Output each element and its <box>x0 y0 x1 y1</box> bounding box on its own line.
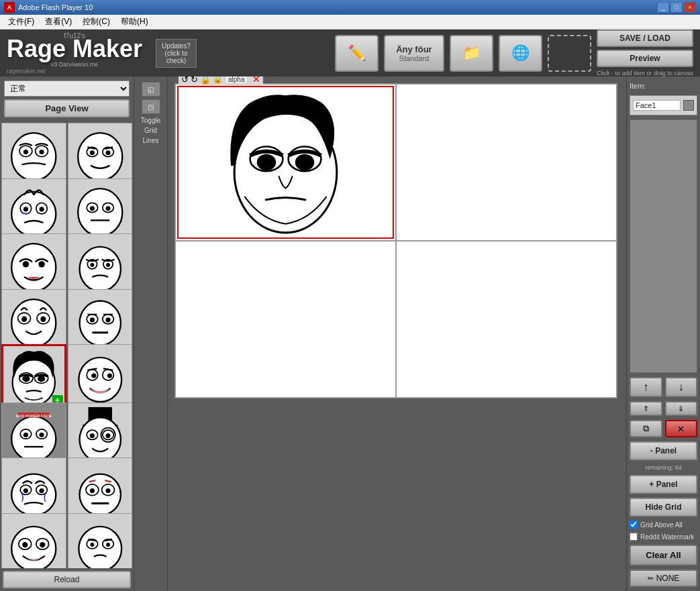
item-name-text: Face1 <box>633 100 681 111</box>
comic-canvas: ↺ ↻ 🔒 🔒 alpha ✕ <box>174 83 617 398</box>
menu-file[interactable]: 文件(F) <box>3 15 40 29</box>
list-item[interactable] <box>68 513 133 569</box>
item-display: Face1 <box>630 95 697 115</box>
svg-point-23 <box>38 261 44 267</box>
svg-point-51 <box>107 374 111 378</box>
toggle-label1: Toggle <box>141 117 160 124</box>
copy-button[interactable]: ⧉ <box>630 420 662 437</box>
list-item[interactable] <box>1 513 66 569</box>
hint-text: Click - to add item or drag to canvas <box>597 70 693 76</box>
item-scroll-area[interactable] <box>630 119 697 373</box>
reload-button[interactable]: Reload <box>3 571 131 588</box>
svg-point-33 <box>40 316 46 321</box>
svg-point-4 <box>40 150 44 154</box>
delete-button[interactable]: ✕ <box>665 420 698 437</box>
logo-section: f7u12's Rage Maker v3 DanAweso.me ragema… <box>7 32 142 74</box>
logo-site: ragemaker.net <box>7 68 142 74</box>
svg-point-29 <box>11 299 56 347</box>
updates-button[interactable]: Updates? (click to check) <box>156 39 197 68</box>
comic-panel-3[interactable] <box>175 241 396 398</box>
toolbar: ✏️ Äny fôur Standard 📁 🌐 <box>335 35 591 72</box>
save-load-button[interactable]: SAVE / LOAD <box>597 30 693 47</box>
svg-point-75 <box>79 474 120 515</box>
move-up-button[interactable]: ↑ <box>630 377 662 397</box>
preview-button[interactable]: Preview <box>597 50 693 67</box>
toggle-grid-btn2[interactable]: ◳ <box>142 99 160 114</box>
comic-panel-4[interactable] <box>396 241 617 398</box>
svg-point-97 <box>295 154 315 170</box>
hide-grid-button[interactable]: Hide Grid <box>630 498 697 517</box>
minus-panel-button[interactable]: - Panel <box>630 441 697 460</box>
selection-button[interactable] <box>548 35 591 72</box>
close-button[interactable]: × <box>684 2 696 13</box>
svg-point-19 <box>105 206 110 211</box>
lock-icon[interactable]: 🔒 <box>213 76 223 84</box>
logo-title: Rage Maker <box>7 37 142 61</box>
minimize-button[interactable]: _ <box>657 2 669 13</box>
svg-point-85 <box>40 541 45 547</box>
title-bar: A Adobe Flash Player 10 _ □ × <box>0 0 700 15</box>
sidebar-top: 正常 Page View <box>0 76 134 121</box>
item-label: Item: <box>630 82 697 90</box>
reddit-watermark-row: Reddit Watermark <box>630 533 697 541</box>
faces-grid: + <box>0 121 134 568</box>
svg-point-67 <box>89 433 94 437</box>
svg-point-15 <box>78 189 122 236</box>
grid-above-all-checkbox[interactable] <box>630 521 638 529</box>
move-down-button[interactable]: ↓ <box>665 377 698 397</box>
toggle-grid-btn1[interactable]: ◱ <box>142 82 160 97</box>
comic-panel-1[interactable]: ↺ ↻ 🔒 🔒 alpha ✕ <box>175 84 396 241</box>
move-bottom-button[interactable]: ⇓ <box>665 401 698 416</box>
item-color-swatch[interactable] <box>683 100 694 111</box>
folder-button[interactable]: 📁 <box>450 35 493 72</box>
svg-point-27 <box>90 263 94 267</box>
svg-point-89 <box>90 543 94 547</box>
svg-point-45 <box>22 376 30 382</box>
move-buttons-row: ↑ ↓ <box>630 377 697 397</box>
rotate-left-icon[interactable]: ↺ <box>181 76 189 85</box>
svg-point-50 <box>91 374 96 378</box>
svg-point-38 <box>105 317 110 322</box>
reddit-watermark-label: Reddit Watermark <box>640 533 694 541</box>
none-button[interactable]: ✏ NONE <box>630 570 697 587</box>
menu-control[interactable]: 控制(C) <box>77 15 115 29</box>
move-top-button[interactable]: ⇑ <box>630 401 662 416</box>
maximize-button[interactable]: □ <box>670 2 683 13</box>
flip-icon[interactable]: 🔒 <box>200 76 211 85</box>
svg-point-73 <box>23 488 28 493</box>
reddit-watermark-checkbox[interactable] <box>630 533 638 541</box>
globe-button[interactable]: 🌐 <box>499 35 542 72</box>
window-title: Adobe Flash Player 10 <box>18 3 657 11</box>
comic-panel-2[interactable] <box>396 84 617 241</box>
plus-panel-button[interactable]: + Panel <box>630 475 697 494</box>
grid-above-all-label: Grid Above All <box>640 521 683 529</box>
rotate-right-icon[interactable]: ↻ <box>191 76 198 85</box>
svg-point-42 <box>13 360 55 405</box>
menu-help[interactable]: 帮助(H) <box>115 15 154 29</box>
close-face-icon[interactable]: ✕ <box>252 76 260 85</box>
svg-point-32 <box>21 316 27 321</box>
svg-point-70 <box>11 474 56 515</box>
clear-all-button[interactable]: Clear All <box>630 545 697 566</box>
svg-point-54 <box>11 417 56 461</box>
pencil-button[interactable]: ✏️ <box>335 35 379 72</box>
svg-point-9 <box>105 150 110 155</box>
menu-view[interactable]: 查看(V) <box>40 15 77 29</box>
main-content: 正常 Page View <box>0 76 700 591</box>
app-icon-letter: A <box>7 4 12 11</box>
list-item[interactable] <box>68 344 133 409</box>
svg-point-34 <box>79 301 120 345</box>
toggle-label2: Grid <box>144 127 157 134</box>
font-label2: Standard <box>399 54 430 62</box>
svg-point-81 <box>11 526 56 568</box>
pencil-none-icon: ✏ <box>648 574 654 583</box>
face-category-dropdown[interactable]: 正常 <box>4 80 130 97</box>
canvas-area[interactable]: ↺ ↻ 🔒 🔒 alpha ✕ <box>168 76 626 591</box>
none-label: NONE <box>656 574 680 583</box>
page-view-button[interactable]: Page View <box>4 99 130 117</box>
svg-point-28 <box>106 263 110 267</box>
list-item[interactable]: + <box>1 344 66 409</box>
font-button[interactable]: Äny fôur Standard <box>384 35 444 72</box>
svg-point-21 <box>11 244 56 291</box>
svg-point-68 <box>105 433 110 437</box>
